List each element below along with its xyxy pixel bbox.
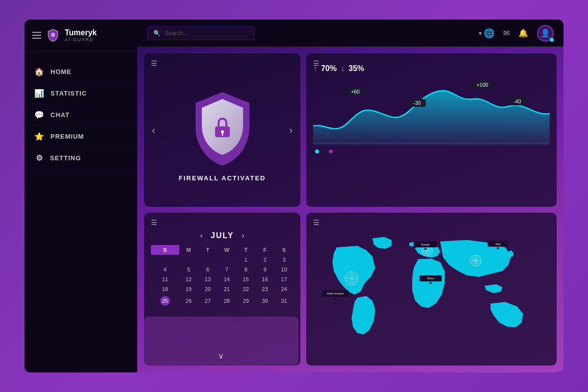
cal-day-w: W xyxy=(217,245,236,255)
sidebar-label-chat: CHAT xyxy=(50,111,70,119)
sidebar-item-statistic[interactable]: 📊 STATISTIC xyxy=(24,83,137,104)
bell-icon[interactable]: 🔔 xyxy=(518,28,528,38)
search-icon: 🔍 xyxy=(153,30,161,37)
main-wrapper: 🔍 Search... ▾ 🌐 ✉ 🔔 👤 ☰ xyxy=(137,20,564,372)
chart-up-pct: 70% xyxy=(321,64,337,73)
firewall-menu-icon[interactable]: ☰ xyxy=(151,59,157,67)
sidebar-item-premium[interactable]: ⭐ PREMIUM xyxy=(24,126,137,147)
home-icon: 🏠 xyxy=(34,67,45,76)
sidebar-item-setting[interactable]: ⚙ SETTING xyxy=(24,147,137,169)
cal-day-f: F xyxy=(255,245,274,255)
online-dot xyxy=(550,38,554,42)
svg-marker-27 xyxy=(334,296,337,299)
topbar: 🔍 Search... ▾ 🌐 ✉ 🔔 👤 xyxy=(137,20,564,47)
svg-text:+60: +60 xyxy=(351,89,360,95)
chart-stats: ↑ 70% ↓ 35% xyxy=(313,64,550,73)
svg-text:North America: North America xyxy=(327,292,344,295)
chart-dot-1 xyxy=(315,149,319,153)
table-row: 123 xyxy=(151,255,294,265)
svg-point-20 xyxy=(426,250,427,251)
search-placeholder: Search... xyxy=(165,30,188,37)
cal-day-m: M xyxy=(179,245,198,255)
table-row: 4567 8910 xyxy=(151,265,294,274)
cal-day-s2: S xyxy=(274,245,294,255)
firewall-prev-button[interactable]: ‹ xyxy=(148,124,159,136)
cal-day-t1: T xyxy=(198,245,217,255)
setting-icon: ⚙ xyxy=(34,153,44,163)
sidebar-nav: 🏠 HOME 📊 STATISTIC 💬 CHAT ⭐ PREMIUM ⚙ SE… xyxy=(24,51,137,372)
table-row: 11121314 151617 xyxy=(151,274,294,284)
chart-menu-icon[interactable]: ☰ xyxy=(313,59,319,67)
cal-day-s1: S xyxy=(151,245,179,255)
avatar-wrapper: 👤 xyxy=(537,25,554,42)
svg-point-24 xyxy=(475,260,476,261)
svg-text:-40: -40 xyxy=(514,99,521,104)
brand-sub: AI GUARD xyxy=(65,37,97,42)
search-bar[interactable]: 🔍 Search... xyxy=(147,26,255,40)
brand-info: Tumeryk AI GUARD xyxy=(65,28,97,42)
calendar-today: 25 xyxy=(160,296,170,306)
world-map: .land { fill: #00e5ff; opacity: 0.85; } … xyxy=(313,229,550,354)
svg-text:+100: +100 xyxy=(477,82,489,88)
svg-text:-30: -30 xyxy=(414,100,421,106)
chat-icon: 💬 xyxy=(34,110,45,120)
calendar-next-button[interactable]: › xyxy=(242,231,244,240)
sidebar-label-setting: SETTING xyxy=(50,154,81,162)
sidebar-item-home[interactable]: 🏠 HOME xyxy=(24,61,137,83)
chart-down-pct: 35% xyxy=(348,64,364,73)
hamburger-icon[interactable] xyxy=(32,32,41,39)
calendar-prev-button[interactable]: ‹ xyxy=(200,231,203,240)
svg-text:Asia: Asia xyxy=(495,242,501,245)
sidebar-item-chat[interactable]: 💬 CHAT xyxy=(24,104,137,126)
topbar-icons: ▾ 🌐 ✉ 🔔 👤 xyxy=(479,25,554,42)
calendar-menu-icon[interactable]: ☰ xyxy=(151,219,157,226)
firewall-card: ☰ ‹ xyxy=(144,53,300,207)
sidebar-header: Tumeryk AI GUARD xyxy=(24,20,137,51)
table-row: 25 262728 293031 xyxy=(151,294,294,308)
svg-text:Europe: Europe xyxy=(421,243,430,246)
sidebar-label-premium: PREMIUM xyxy=(50,133,84,140)
sidebar: Tumeryk AI GUARD 🏠 HOME 📊 STATISTIC 💬 CH… xyxy=(24,20,137,372)
map-menu-icon[interactable]: ☰ xyxy=(313,219,319,226)
chart-card: ☰ ↑ 70% ↓ 35% xyxy=(306,53,557,207)
note-card: ∨ xyxy=(144,317,298,366)
sidebar-label-home: HOME xyxy=(50,68,72,75)
firewall-title: FIREWALL ACTIVATED xyxy=(179,174,266,182)
calendar-grid: S M T W T F S 123 xyxy=(151,245,294,308)
logo-icon xyxy=(46,28,60,42)
chart-legend xyxy=(313,149,550,153)
chart-dot-2 xyxy=(329,149,333,153)
map-card: ☰ .land { fill: #00e5ff; opacity: 0.85; … xyxy=(306,213,557,366)
svg-point-16 xyxy=(351,277,352,278)
premium-icon: ⭐ xyxy=(34,132,45,141)
cal-day-t2: T xyxy=(236,245,255,255)
globe-icon: 🌐 xyxy=(484,28,494,39)
table-row: 18192021 222324 xyxy=(151,284,294,294)
lang-dropdown[interactable]: ▾ 🌐 xyxy=(479,28,494,39)
sidebar-label-statistic: STATISTIC xyxy=(50,90,87,97)
calendar-nav: ‹ JULY › xyxy=(151,231,294,240)
brand-name: Tumeryk xyxy=(65,28,97,37)
firewall-shield-icon xyxy=(188,88,257,167)
firewall-next-button[interactable]: › xyxy=(286,124,297,136)
chevron-down-icon[interactable]: ∨ xyxy=(218,351,224,361)
statistic-icon: 📊 xyxy=(34,89,45,98)
chart-area: +60 -30 +100 -40 xyxy=(313,77,550,146)
svg-text:Africa: Africa xyxy=(427,276,435,279)
down-arrow-icon: ↓ xyxy=(341,64,344,73)
chevron-down-icon: ▾ xyxy=(479,30,482,37)
calendar-month: JULY xyxy=(211,231,234,240)
mail-icon[interactable]: ✉ xyxy=(503,28,510,38)
